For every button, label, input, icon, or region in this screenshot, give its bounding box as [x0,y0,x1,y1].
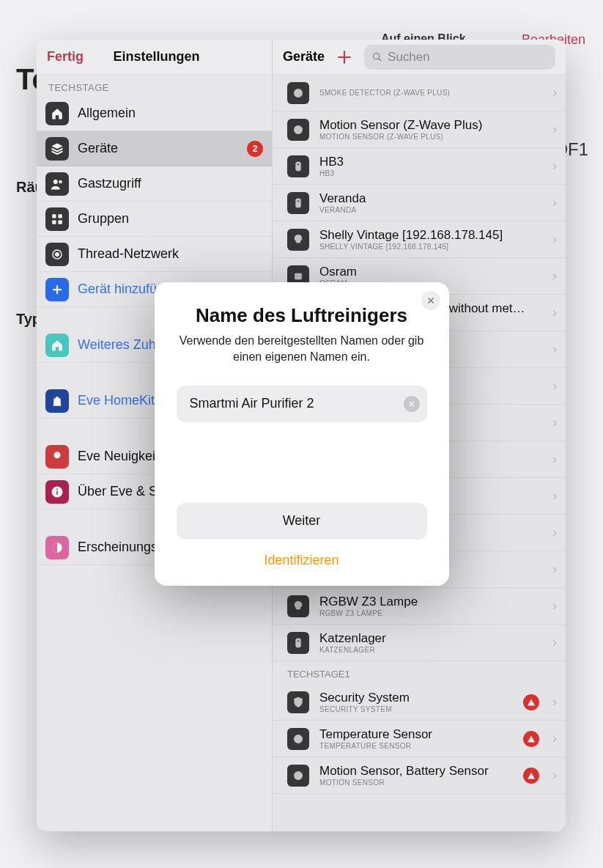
name-purifier-dialog: Name des Luftreinigers Verwende den bere… [155,282,449,585]
dialog-title: Name des Luftreinigers [196,304,407,327]
clear-input-button[interactable] [404,396,420,412]
dialog-description: Verwende den bereitgestellten Namen oder… [177,333,427,364]
name-input-wrapper [177,386,427,422]
purifier-name-input[interactable] [190,396,404,411]
modal-backdrop: Name des Luftreinigers Verwende den bere… [0,0,603,868]
continue-button[interactable]: Weiter [177,503,427,540]
identify-button[interactable]: Identifizieren [264,553,339,568]
close-icon [408,400,415,408]
close-button[interactable] [421,291,440,310]
close-icon [426,296,435,305]
